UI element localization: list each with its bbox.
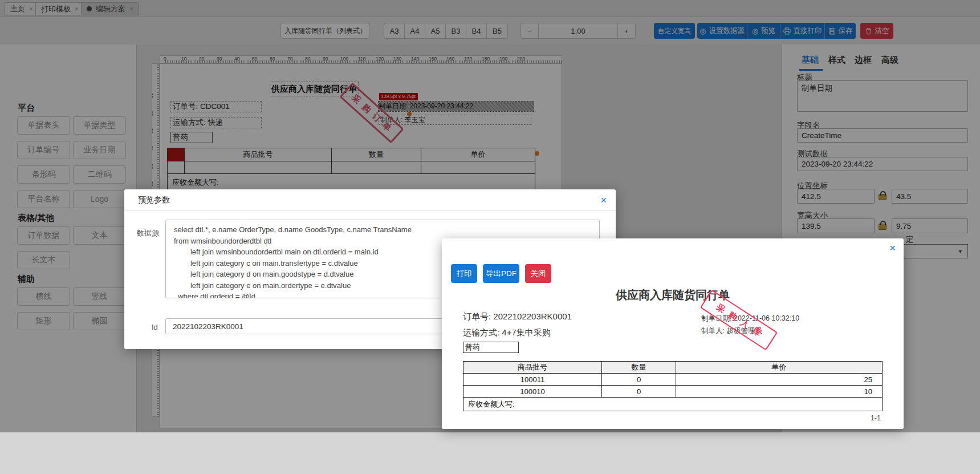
close-button[interactable]: 关闭 [525,264,551,283]
id-label: Id [152,323,158,331]
table-row: 100010 0 10 [463,386,882,398]
cell-qty: 0 [602,374,676,385]
preview-transport: 运输方式: 4+7集中采购 [463,327,551,338]
preview-table-header: 商品批号 数量 单价 [463,362,882,374]
preview-drug-type: 普药 [463,342,519,353]
cell-batch: 100011 [463,374,602,385]
modal-title: 预览参数 [138,195,170,205]
preview-doc-title: 供应商入库随货同行单 [463,287,883,303]
cell-qty: 0 [602,386,676,397]
col-price-header: 单价 [676,362,881,373]
page-indicator: 1-1 [871,414,881,422]
table-row: 100011 0 25 [463,374,882,386]
datasource-label: 数据源 [137,228,159,238]
close-icon[interactable]: × [889,242,896,254]
print-button[interactable]: 打印 [451,264,477,283]
print-preview-modal: × 打印 导出PDF 关闭 供应商入库随货同行单 订单号: 2022102203… [442,238,904,429]
col-batch-header: 商品批号 [463,362,602,373]
preview-table: 商品批号 数量 单价 100011 0 25 100010 0 10 应收金额大… [463,361,883,411]
col-qty-header: 数量 [602,362,676,373]
cell-price: 10 [676,386,881,397]
cell-batch: 100010 [463,386,602,397]
preview-order-no: 订单号: 2022102203RK0001 [463,311,572,322]
cell-price: 25 [676,374,881,385]
close-icon[interactable]: × [600,195,607,205]
modal-header: 预览参数 × [124,189,616,211]
export-pdf-button[interactable]: 导出PDF [483,264,519,283]
amount-words-row: 应收金额大写: [463,398,882,411]
